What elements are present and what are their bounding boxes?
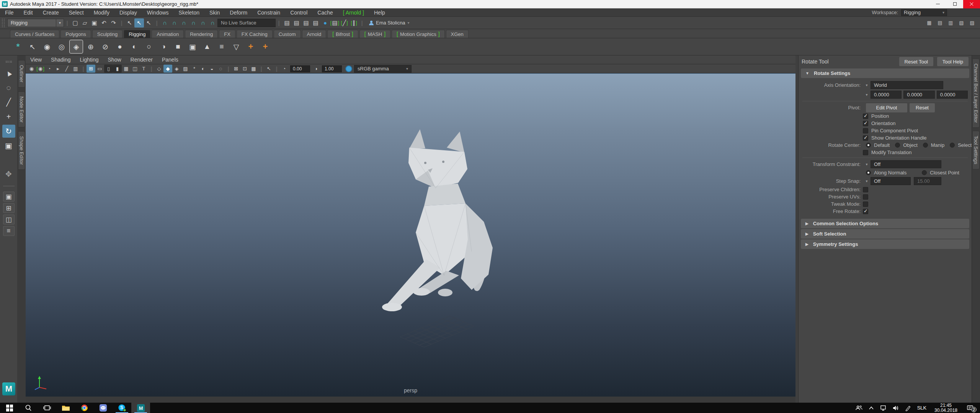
undo-icon[interactable]: ↶: [99, 18, 109, 28]
menu-deform[interactable]: Deform: [225, 10, 252, 16]
gamma-icon[interactable]: ◑: [312, 65, 320, 73]
open-render-view-icon[interactable]: ▤: [282, 18, 292, 28]
menu-select[interactable]: Select: [64, 10, 89, 16]
pose-editor-icon[interactable]: ≡: [215, 40, 228, 53]
shelf-tab-fx-caching[interactable]: FX Caching: [237, 30, 273, 38]
checkbox[interactable]: [863, 209, 868, 214]
select-by-component-icon[interactable]: ↖: [144, 18, 154, 28]
panel-menu-renderer[interactable]: Renderer: [126, 57, 157, 63]
xray-joints-icon[interactable]: ⊡: [240, 65, 249, 73]
tab-shape-editor[interactable]: Shape Editor: [18, 131, 25, 170]
render-current-frame-icon[interactable]: ▤: [292, 18, 301, 28]
select-by-hierarchy-icon[interactable]: ↖: [125, 18, 134, 28]
pen-icon[interactable]: [902, 403, 914, 413]
wireframe-icon[interactable]: ◇: [155, 65, 163, 73]
make-live-icon[interactable]: ∩: [208, 18, 217, 28]
select-by-object-icon[interactable]: ↖: [134, 18, 144, 28]
image-plane-icon[interactable]: ▥: [71, 65, 80, 73]
exposure-field[interactable]: 0.00: [290, 65, 310, 72]
tab-node-editor[interactable]: Node Editor: [18, 91, 25, 128]
tab-channel-box-layer-editor[interactable]: Channel Box / Layer Editor: [972, 59, 980, 128]
camera-bracketed-icon[interactable]: ◉: [36, 65, 45, 73]
network-icon[interactable]: [877, 403, 890, 413]
arnold-renderview-icon[interactable]: ▤: [330, 18, 340, 28]
textured-icon[interactable]: ▨: [181, 65, 190, 73]
select-camera-icon[interactable]: ◉: [27, 65, 36, 73]
panel-menu-show[interactable]: Show: [103, 57, 126, 63]
copy-skin-weights-icon[interactable]: ◑: [157, 40, 170, 53]
checkbox[interactable]: [863, 135, 868, 141]
file-explorer-button[interactable]: [56, 403, 75, 413]
language-indicator[interactable]: SLK: [914, 405, 929, 411]
panel-menu-view[interactable]: View: [26, 57, 46, 63]
viewport[interactable]: persp: [26, 73, 795, 397]
menu-windows[interactable]: Windows: [142, 10, 174, 16]
tray-expand-chevron-icon[interactable]: [865, 403, 877, 413]
shelf-tab-sculpting[interactable]: Sculpting: [92, 30, 122, 38]
edit-pivot-button[interactable]: Edit Pivot: [866, 103, 907, 112]
safe-action-icon[interactable]: ◫: [131, 65, 139, 73]
radio-along-normals[interactable]: Along Normals: [866, 170, 906, 176]
close-button[interactable]: [963, 0, 980, 8]
action-center-button[interactable]: 2: [962, 403, 978, 413]
film-gate-icon[interactable]: ▭: [95, 65, 104, 73]
tool-help-button[interactable]: Tool Help: [937, 57, 969, 66]
toolbox-grip[interactable]: [6, 61, 12, 63]
menu-control[interactable]: Control: [285, 10, 312, 16]
tab-outliner[interactable]: Outliner: [18, 60, 25, 88]
menu-skeleton[interactable]: Skeleton: [174, 10, 204, 16]
account-menu[interactable]: Ema Stolicna ▾: [369, 20, 410, 26]
xray-icon[interactable]: ⊠: [232, 65, 240, 73]
edit-membership-icon[interactable]: ▣: [186, 40, 199, 53]
chevron-down-icon[interactable]: ▾: [863, 93, 871, 97]
last-tool-used[interactable]: ✥: [2, 167, 15, 180]
use-all-lights-icon[interactable]: *: [190, 65, 199, 73]
maximize-button[interactable]: [946, 0, 963, 8]
menu-cache[interactable]: Cache: [312, 10, 338, 16]
panel-menu-shading[interactable]: Shading: [46, 57, 75, 63]
symmetry-settings-header[interactable]: ▶ Symmetry Settings: [801, 239, 969, 249]
paint-select-tool[interactable]: ╱: [2, 96, 15, 109]
hypershade-icon[interactable]: ●: [320, 18, 330, 28]
checkbox[interactable]: [863, 128, 868, 133]
channel-box-toggle[interactable]: ▨: [967, 18, 977, 28]
checkbox-orientation[interactable]: Orientation: [799, 120, 972, 127]
checkbox-position[interactable]: Position: [799, 112, 972, 120]
menu-modify[interactable]: Modify: [89, 10, 114, 16]
shelf-tab-polygons[interactable]: Polygons: [60, 30, 91, 38]
step-snap-value[interactable]: Off: [871, 177, 911, 185]
mirror-skin-weights-icon[interactable]: ○: [142, 40, 155, 53]
shelf-tab-arnold[interactable]: Arnold: [302, 30, 327, 38]
exposure-icon[interactable]: ◔: [280, 65, 289, 73]
occlusion-icon[interactable]: ◒: [207, 65, 216, 73]
panel-menu-panels[interactable]: Panels: [157, 57, 183, 63]
tab-tool-settings[interactable]: Tool Settings: [972, 131, 980, 169]
gamma-field[interactable]: 1.00: [322, 65, 342, 72]
radio-closest-point[interactable]: Closest Point: [922, 170, 959, 176]
clock[interactable]: 21:45 30.04.2018: [929, 403, 962, 413]
volume-icon[interactable]: [890, 403, 902, 413]
ipr-render-icon[interactable]: ▤: [301, 18, 311, 28]
search-button[interactable]: [19, 403, 38, 413]
live-surface-field[interactable]: No Live Surface: [217, 19, 276, 27]
smooth-shade-icon[interactable]: ◆: [163, 65, 172, 73]
reset-tool-button[interactable]: Reset Tool: [899, 57, 933, 66]
field-chart-icon[interactable]: ▦: [122, 65, 131, 73]
add-attribute-icon[interactable]: +: [244, 40, 257, 53]
menu-display[interactable]: Display: [114, 10, 142, 16]
arnold-texture-icon[interactable]: ╱: [340, 18, 349, 28]
smooth-skin-weights-icon[interactable]: ■: [172, 40, 185, 53]
bookmark-icon[interactable]: ▸: [54, 65, 62, 73]
skype-button[interactable]: S: [113, 403, 131, 413]
humanik-toggle[interactable]: ▤: [935, 18, 945, 28]
radio-default[interactable]: Default: [866, 142, 890, 148]
rotate-tool[interactable]: ↻: [2, 125, 15, 138]
checkbox[interactable]: [863, 187, 868, 192]
paint-skin-weights-icon[interactable]: ◐: [128, 40, 141, 53]
checkbox[interactable]: [863, 150, 868, 155]
checkbox[interactable]: [863, 194, 868, 200]
grease-pencil-icon[interactable]: ╱: [62, 65, 71, 73]
rotate-settings-header[interactable]: ▼ Rotate Settings: [801, 68, 969, 78]
checkbox-modify-translation[interactable]: Modify Translation: [799, 149, 972, 156]
four-pane-layout-button[interactable]: ⊞: [3, 203, 15, 213]
